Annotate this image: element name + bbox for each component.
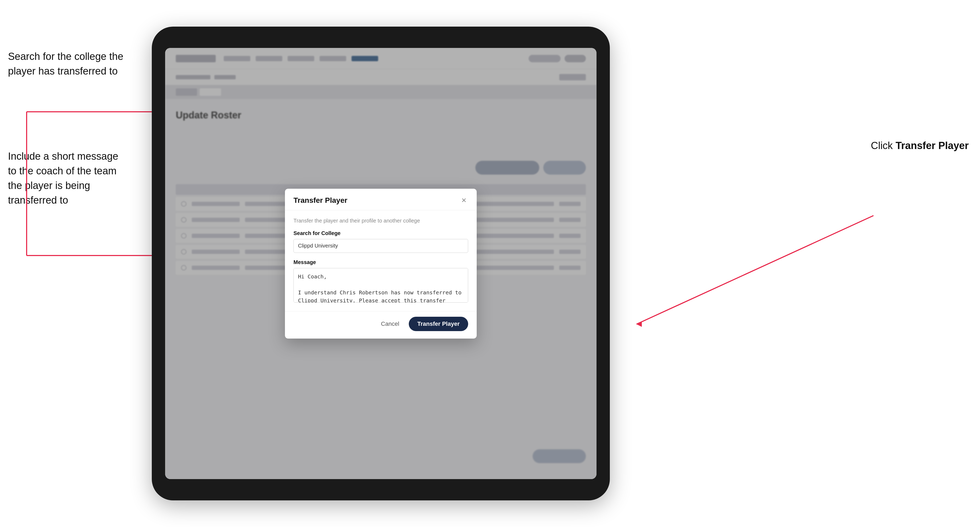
modal-overlay: Transfer Player ✕ Transfer the player an… bbox=[165, 48, 597, 479]
dialog-close-button[interactable]: ✕ bbox=[460, 196, 468, 205]
tablet-frame: Update Roster bbox=[152, 27, 610, 500]
transfer-player-button[interactable]: Transfer Player bbox=[409, 317, 468, 331]
transfer-player-dialog: Transfer Player ✕ Transfer the player an… bbox=[285, 189, 477, 338]
annotation-right: Click Transfer Player bbox=[871, 138, 972, 153]
annotation-text-message: Include a short message to the coach of … bbox=[8, 149, 125, 208]
message-textarea[interactable] bbox=[293, 268, 468, 303]
cancel-button[interactable]: Cancel bbox=[377, 318, 403, 330]
annotation-left-top: Search for the college the player has tr… bbox=[8, 49, 125, 78]
svg-line-4 bbox=[636, 216, 873, 324]
college-label: Search for College bbox=[293, 230, 468, 237]
tablet-screen: Update Roster bbox=[165, 48, 597, 479]
message-label: Message bbox=[293, 259, 468, 265]
svg-marker-5 bbox=[636, 322, 642, 327]
annotation-text-search: Search for the college the player has tr… bbox=[8, 49, 125, 78]
college-search-input[interactable] bbox=[293, 239, 468, 253]
annotation-text-click: Click Transfer Player bbox=[871, 138, 972, 153]
dialog-title: Transfer Player bbox=[293, 196, 347, 205]
dialog-body: Transfer the player and their profile to… bbox=[285, 210, 477, 311]
dialog-subtitle: Transfer the player and their profile to… bbox=[293, 218, 468, 224]
annotation-left-bottom: Include a short message to the coach of … bbox=[8, 149, 125, 208]
dialog-header: Transfer Player ✕ bbox=[285, 189, 477, 210]
dialog-footer: Cancel Transfer Player bbox=[285, 311, 477, 338]
